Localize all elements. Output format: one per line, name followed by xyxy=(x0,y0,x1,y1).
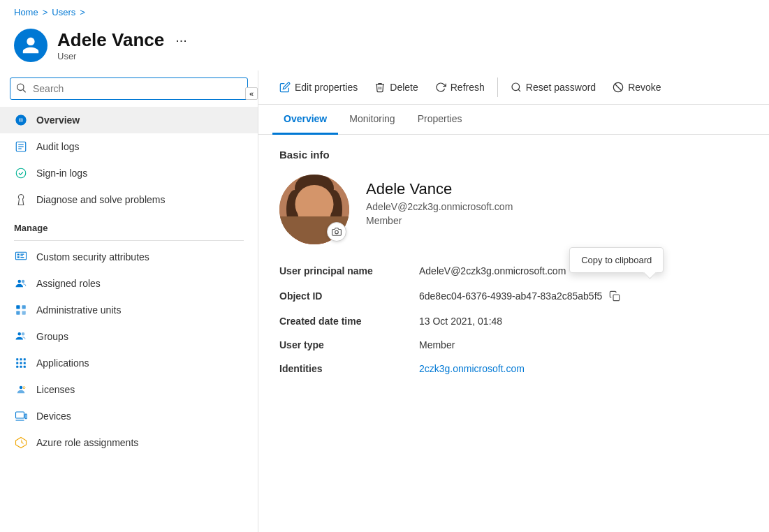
user-icon xyxy=(21,36,41,55)
sidebar: « Overview xyxy=(0,71,258,532)
svg-point-50 xyxy=(335,230,339,234)
refresh-button[interactable]: Refresh xyxy=(428,77,492,97)
content-body: Basic info xyxy=(258,135,769,532)
svg-rect-26 xyxy=(20,362,22,364)
sidebar-item-groups[interactable]: Groups xyxy=(0,323,258,350)
breadcrumb-users[interactable]: Users xyxy=(52,7,75,17)
svg-rect-16 xyxy=(16,305,20,309)
reset-password-button[interactable]: Reset password xyxy=(504,77,603,97)
profile-section: Adele Vance AdeleV@2czk3g.onmicrosoft.co… xyxy=(279,175,748,244)
tab-properties[interactable]: Properties xyxy=(407,105,474,135)
svg-point-20 xyxy=(18,332,22,336)
search-box-container: « xyxy=(10,77,248,100)
svg-rect-29 xyxy=(20,366,22,368)
sidebar-item-assigned-roles[interactable]: Assigned roles xyxy=(0,270,258,297)
delete-button[interactable]: Delete xyxy=(367,77,425,97)
copy-tooltip: Copy to clipboard xyxy=(569,247,664,273)
sidebar-item-overview[interactable]: Overview xyxy=(0,107,258,133)
basic-info-title: Basic info xyxy=(279,149,748,161)
groups-icon xyxy=(14,330,28,343)
sidebar-item-licenses-label: Licenses xyxy=(36,384,75,395)
sidebar-item-diagnose-label: Diagnose and solve problems xyxy=(36,194,165,205)
collapse-sidebar-button[interactable]: « xyxy=(245,87,258,100)
custom-security-icon xyxy=(14,250,28,264)
user-type-label: User type xyxy=(279,339,419,350)
revoke-button[interactable]: Revoke xyxy=(606,77,668,97)
svg-point-42 xyxy=(295,175,334,204)
search-input[interactable] xyxy=(10,77,248,100)
svg-rect-24 xyxy=(24,358,26,360)
svg-point-15 xyxy=(22,280,25,283)
svg-rect-19 xyxy=(22,311,26,315)
sidebar-item-signin-logs[interactable]: Sign-in logs xyxy=(0,160,258,186)
svg-line-40 xyxy=(615,84,621,90)
profile-info: Adele Vance AdeleV@2czk3g.onmicrosoft.co… xyxy=(366,175,513,226)
signin-logs-icon xyxy=(14,166,28,180)
svg-rect-23 xyxy=(20,358,22,360)
copy-icon xyxy=(609,290,620,302)
sidebar-item-licenses[interactable]: Licenses xyxy=(0,376,258,403)
svg-rect-51 xyxy=(613,295,620,301)
sidebar-item-diagnose[interactable]: Diagnose and solve problems xyxy=(0,186,258,213)
svg-rect-17 xyxy=(22,305,26,309)
svg-rect-13 xyxy=(20,257,24,258)
sidebar-item-azure-roles[interactable]: Azure role assignments xyxy=(0,429,258,456)
user-header: Adele Vance ··· User xyxy=(0,24,769,71)
sidebar-item-admin-units[interactable]: Administrative units xyxy=(0,297,258,323)
sidebar-item-overview-label: Overview xyxy=(36,114,80,126)
tabs-bar: Overview Monitoring Properties xyxy=(258,105,769,135)
svg-point-14 xyxy=(18,280,22,283)
edit-properties-button[interactable]: Edit properties xyxy=(272,77,365,97)
svg-point-21 xyxy=(22,332,25,336)
delete-icon xyxy=(374,82,386,93)
user-type-value: Member xyxy=(419,339,455,350)
svg-point-31 xyxy=(20,386,23,390)
copy-object-id-button[interactable] xyxy=(608,289,622,303)
sidebar-item-devices[interactable]: Devices xyxy=(0,403,258,429)
profile-user-type: Member xyxy=(366,215,513,226)
main-content: Edit properties Delete xyxy=(258,71,769,532)
info-row-upn: User principal name AdeleV@2czk3g.onmicr… xyxy=(279,265,748,276)
svg-point-48 xyxy=(313,212,316,215)
sidebar-item-custom-security-label: Custom security attributes xyxy=(36,251,149,263)
object-id-text: 6de8ec04-6376-4939-ab47-83a2c85ab5f5 xyxy=(419,290,602,302)
info-row-identities: Identities 2czk3g.onmicrosoft.com xyxy=(279,363,748,374)
svg-line-1 xyxy=(23,90,26,93)
sidebar-item-applications-label: Applications xyxy=(36,357,89,369)
svg-rect-10 xyxy=(17,256,20,258)
sidebar-item-azure-roles-label: Azure role assignments xyxy=(36,437,138,448)
user-type-text: Member xyxy=(419,339,455,350)
svg-rect-30 xyxy=(24,366,26,368)
azure-roles-icon xyxy=(14,436,28,450)
identities-link[interactable]: 2czk3g.onmicrosoft.com xyxy=(419,363,525,374)
admin-units-icon xyxy=(14,303,28,317)
search-icon xyxy=(15,82,27,96)
svg-point-45 xyxy=(298,191,331,230)
sidebar-item-audit-logs[interactable]: Audit logs xyxy=(0,133,258,160)
user-name: Adele Vance xyxy=(57,29,164,51)
change-photo-button[interactable] xyxy=(327,222,346,242)
tab-monitoring[interactable]: Monitoring xyxy=(338,105,406,135)
revoke-icon xyxy=(613,82,624,93)
user-subtitle: User xyxy=(57,51,191,61)
sidebar-item-custom-security[interactable]: Custom security attributes xyxy=(0,244,258,270)
identities-label: Identities xyxy=(279,363,419,374)
tab-overview[interactable]: Overview xyxy=(272,105,338,135)
svg-rect-18 xyxy=(16,311,20,315)
object-id-label: Object ID xyxy=(279,290,419,302)
sidebar-item-applications[interactable]: Applications xyxy=(0,350,258,376)
user-avatar-icon xyxy=(14,29,47,62)
svg-rect-11 xyxy=(20,254,24,255)
sidebar-item-admin-units-label: Administrative units xyxy=(36,304,121,316)
toolbar: Edit properties Delete xyxy=(258,71,769,105)
manage-section-label: Manage xyxy=(0,213,258,237)
breadcrumb: Home > Users > xyxy=(0,0,769,24)
assigned-roles-icon xyxy=(14,276,28,290)
more-options-button[interactable]: ··· xyxy=(171,31,191,50)
audit-logs-icon xyxy=(14,140,28,154)
upn-label: User principal name xyxy=(279,265,419,276)
sidebar-item-groups-label: Groups xyxy=(36,331,68,342)
camera-icon xyxy=(332,227,342,237)
breadcrumb-home[interactable]: Home xyxy=(14,7,38,17)
sidebar-item-audit-logs-label: Audit logs xyxy=(36,141,79,152)
